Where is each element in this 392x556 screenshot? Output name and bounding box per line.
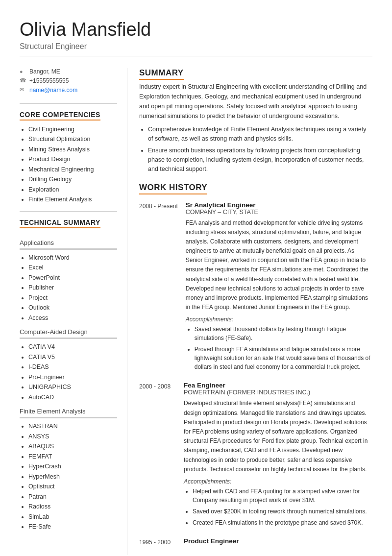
list-item: Structural Optimization <box>28 135 117 144</box>
contact-location: ● Bangor, ME <box>20 68 117 75</box>
work-title-1: Sr Analytical Engineer <box>186 201 372 209</box>
work-details-1: Sr Analytical Engineer COMPANY – CITY, S… <box>186 201 372 374</box>
right-column: SUMMARY Industry expert in Structural En… <box>127 68 372 555</box>
list-item: Helped with CAD and FEA quoting for a st… <box>193 487 372 505</box>
work-title-3: Product Engineer <box>184 537 372 545</box>
list-item: Outlook <box>28 304 117 313</box>
list-item: Finite Element Analysis <box>28 195 117 204</box>
list-item: Ensure smooth business operations by fol… <box>148 146 372 173</box>
email-icon: ✉ <box>20 87 26 93</box>
candidate-name: Olivia Mansfield <box>20 20 372 40</box>
work-entry-1: 2008 - Present Sr Analytical Engineer CO… <box>139 201 372 374</box>
work-title-2: Fea Engineer <box>184 382 372 389</box>
list-item: Optistruct <box>28 483 117 491</box>
list-item: FE-Safe <box>28 523 117 532</box>
work-entry-2: 2000 - 2008 Fea Engineer POWERTRAIN (FOR… <box>139 382 372 530</box>
header: Olivia Mansfield Structural Engineer <box>20 20 372 64</box>
list-item: Patran <box>28 493 117 502</box>
technical-summary-title: TECHNICAL SUMMARY <box>20 218 100 228</box>
list-item: Project <box>28 294 117 303</box>
list-item: CATIA V5 <box>28 353 117 362</box>
fea-list: NASTRAN ANSYS ABAQUS FEMFAT HyperCrash H… <box>20 422 117 532</box>
list-item: Comprehensive knowledge of Finite Elemen… <box>148 125 372 144</box>
list-item: ABAQUS <box>28 442 117 451</box>
divider-2 <box>20 211 117 212</box>
list-item: SimLab <box>28 513 117 522</box>
work-bullets-1: Saved several thousand dollars by testin… <box>186 325 372 371</box>
work-date-2: 2000 - 2008 <box>139 382 176 530</box>
phone-icon: ☎ <box>20 77 26 84</box>
work-desc-1: FEA analysis and method development for … <box>186 218 372 313</box>
applications-bar <box>20 248 117 250</box>
list-item: Proved through FEA simulations and fatig… <box>195 345 372 371</box>
list-item: Product Design <box>28 155 117 164</box>
contact-info: ● Bangor, ME ☎ +15555555555 ✉ name@name.… <box>20 68 117 94</box>
work-history-title: WORK HISTORY <box>139 183 372 194</box>
fea-bar <box>20 417 117 418</box>
summary-title: SUMMARY <box>139 68 372 80</box>
list-item: HyperMesh <box>28 473 117 482</box>
fea-title: Finite Element Analysis <box>20 408 117 415</box>
list-item: Saved several thousand dollars by testin… <box>195 325 372 342</box>
list-item: AutoCAD <box>28 393 117 402</box>
technical-summary-section: TECHNICAL SUMMARY Applications Microsoft… <box>20 218 117 532</box>
summary-section: SUMMARY Industry expert in Structural En… <box>139 68 372 174</box>
work-date-3: 1995 - 2000 <box>139 537 176 547</box>
list-item: Created FEA simulations in the prototype… <box>193 518 372 527</box>
list-item: CATIA V4 <box>28 343 117 352</box>
list-item: Mechanical Engineering <box>28 166 117 174</box>
list-item: Saved over $200K in tooling rework throu… <box>193 507 372 516</box>
list-item: UNIGRAPHICS <box>28 383 117 392</box>
list-item: Drilling Geology <box>28 175 117 184</box>
work-details-2: Fea Engineer POWERTRAIN (FORMER INDUSTRI… <box>184 382 372 530</box>
candidate-title: Structural Engineer <box>20 42 372 51</box>
cad-list: CATIA V4 CATIA V5 I-DEAS Pro-Engineer UN… <box>20 343 117 402</box>
list-item: Civil Engineering <box>28 125 117 134</box>
cad-bar <box>20 338 117 339</box>
divider-1 <box>20 103 117 104</box>
list-item: HyperCrash <box>28 462 117 471</box>
work-details-3: Product Engineer <box>184 537 372 547</box>
accomplishments-label-2: Accomplishments: <box>184 478 372 485</box>
work-company-1: COMPANY – CITY, STATE <box>186 209 372 216</box>
header-divider <box>20 56 372 56</box>
list-item: PowerPoint <box>28 274 117 283</box>
work-desc-2: Developed structural finite element anal… <box>184 399 372 474</box>
work-history-section: WORK HISTORY 2008 - Present Sr Analytica… <box>139 183 372 548</box>
list-item: Exploration <box>28 186 117 194</box>
list-item: Access <box>28 314 117 323</box>
list-item: NASTRAN <box>28 422 117 431</box>
summary-bullets-list: Comprehensive knowledge of Finite Elemen… <box>139 125 372 174</box>
contact-phone: ☎ +15555555555 <box>20 77 117 84</box>
main-content: ● Bangor, ME ☎ +15555555555 ✉ name@name.… <box>20 68 372 555</box>
list-item: Pro-Engineer <box>28 373 117 382</box>
location-icon: ● <box>20 69 26 74</box>
list-item: Radioss <box>28 503 117 511</box>
resume-page: Olivia Mansfield Structural Engineer ● B… <box>0 0 392 556</box>
list-item: Mining Stress Analysis <box>28 145 117 154</box>
core-competencies-title: CORE COMPETENCIES <box>20 111 100 121</box>
core-competencies-list: Civil Engineering Structural Optimizatio… <box>20 125 117 204</box>
cad-title: Computer-Aided Design <box>20 328 117 336</box>
list-item: FEMFAT <box>28 453 117 461</box>
work-company-2: POWERTRAIN (FORMER INDUSTRIES INC.) <box>184 389 372 396</box>
core-competencies-section: CORE COMPETENCIES Civil Engineering Stru… <box>20 111 117 204</box>
work-date-1: 2008 - Present <box>139 201 178 374</box>
accomplishments-label-1: Accomplishments: <box>186 316 372 323</box>
summary-paragraph: Industry expert in Structural Engineerin… <box>139 82 372 121</box>
work-entry-3: 1995 - 2000 Product Engineer <box>139 537 372 547</box>
list-item: Excel <box>28 264 117 272</box>
left-column: ● Bangor, ME ☎ +15555555555 ✉ name@name.… <box>20 68 127 555</box>
work-bullets-2: Helped with CAD and FEA quoting for a st… <box>184 487 372 527</box>
applications-list: Microsoft Word Excel PowerPoint Publishe… <box>20 254 117 323</box>
list-item: I-DEAS <box>28 363 117 372</box>
list-item: ANSYS <box>28 433 117 441</box>
contact-email[interactable]: ✉ name@name.com <box>20 87 117 94</box>
list-item: Microsoft Word <box>28 254 117 263</box>
applications-title: Applications <box>20 239 117 246</box>
list-item: Publisher <box>28 284 117 292</box>
